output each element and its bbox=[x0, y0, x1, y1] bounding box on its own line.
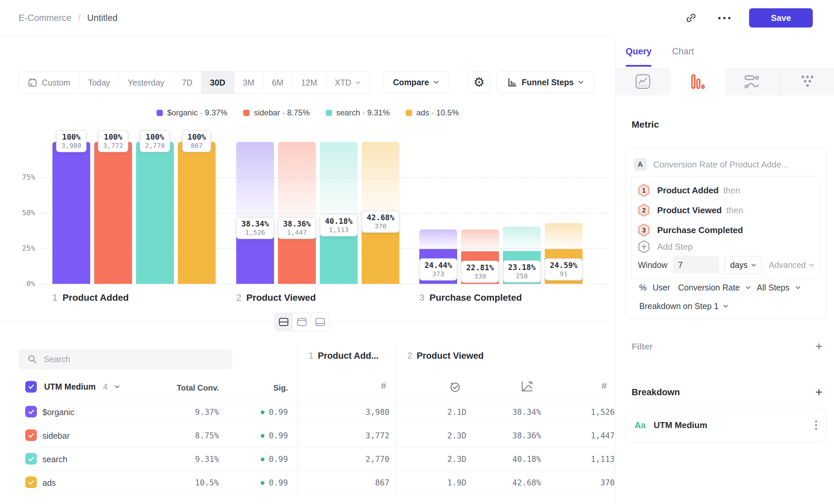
sig-value: 0.99 bbox=[222, 408, 288, 417]
range-yesterday[interactable]: Yesterday bbox=[119, 72, 173, 93]
range-today[interactable]: Today bbox=[79, 72, 119, 93]
svg-text:1: 1 bbox=[642, 187, 645, 194]
conv-rate-column-icon[interactable]: % bbox=[520, 380, 534, 393]
total-conv-value: 9.31% bbox=[153, 455, 219, 464]
chart-settings-button[interactable]: ⚙ bbox=[468, 71, 490, 93]
active-tab-underline bbox=[626, 65, 652, 67]
layout-split-button[interactable] bbox=[275, 313, 292, 331]
bar-count: 91 bbox=[550, 270, 577, 278]
tab-line-chart[interactable] bbox=[616, 68, 671, 95]
range-30d[interactable]: 30D bbox=[201, 72, 234, 93]
breakdown-label: Breakdown bbox=[632, 387, 680, 397]
tab-scatter-chart[interactable] bbox=[780, 68, 834, 95]
avg-time-column-icon[interactable] bbox=[448, 380, 462, 393]
bar-count: 1,447 bbox=[283, 228, 310, 236]
window-label: Window bbox=[638, 260, 667, 270]
breakdown-section: Breakdown + bbox=[632, 384, 822, 400]
steps-scope-dropdown[interactable]: All Steps bbox=[757, 283, 790, 293]
measurement-dropdown[interactable]: Conversion Rate bbox=[678, 283, 740, 293]
search-icon bbox=[27, 354, 37, 364]
tab-journey-chart[interactable] bbox=[725, 68, 780, 95]
sig-dot bbox=[261, 481, 264, 485]
bar-value-label: 100%867 bbox=[182, 130, 211, 152]
count-column-icon[interactable]: # bbox=[554, 381, 607, 391]
range-3m[interactable]: 3M bbox=[234, 72, 263, 93]
funnel-bar[interactable] bbox=[178, 142, 216, 284]
tab-funnel-chart[interactable] bbox=[671, 68, 725, 95]
bar-conversion-pct: 24.44% bbox=[424, 261, 452, 270]
row-checkbox[interactable] bbox=[25, 406, 37, 417]
legend-item[interactable]: ads · 10.5% bbox=[406, 108, 459, 117]
window-value-input[interactable] bbox=[673, 256, 719, 274]
range-12m[interactable]: 12M bbox=[292, 72, 326, 93]
tab-query[interactable]: Query bbox=[626, 46, 652, 57]
step2-count: 1,113 bbox=[548, 455, 615, 464]
table-row[interactable]: sidebar8.75%0.993,7722.3D38.36%1,447 bbox=[19, 424, 615, 447]
kebab-menu-icon[interactable] bbox=[815, 420, 817, 430]
sig-dot bbox=[261, 458, 264, 461]
table-row[interactable]: ads10.5%0.998671.9D42.68%370 bbox=[19, 471, 615, 495]
sig-header[interactable]: Sig. bbox=[222, 383, 288, 393]
avg-time-value: 2.3D bbox=[400, 431, 466, 440]
legend-item[interactable]: search · 9.31% bbox=[326, 108, 390, 117]
range-xtd[interactable]: XTD bbox=[326, 72, 369, 93]
breakdown-step-dropdown[interactable]: Breakdown on Step 1 bbox=[639, 301, 728, 311]
group-column-label: UTM Medium bbox=[44, 382, 96, 392]
layout-table-only-button[interactable] bbox=[311, 313, 329, 331]
bar-conversion-pct: 22.81% bbox=[466, 263, 493, 272]
window-unit-dropdown[interactable]: days bbox=[725, 256, 762, 274]
breakdown-property-card[interactable]: Aa UTM Medium bbox=[626, 408, 826, 442]
range-custom[interactable]: Custom bbox=[19, 72, 79, 93]
range-7d[interactable]: 7D bbox=[173, 72, 201, 93]
tab-chart[interactable]: Chart bbox=[672, 46, 694, 57]
add-breakdown-button[interactable]: + bbox=[815, 386, 822, 398]
select-all-checkbox[interactable] bbox=[25, 381, 37, 393]
row-label: $organic bbox=[42, 408, 74, 417]
breadcrumb-project[interactable]: E-Commerce bbox=[19, 13, 71, 23]
save-button[interactable]: Save bbox=[749, 8, 813, 27]
row-checkbox[interactable] bbox=[25, 429, 37, 441]
funnel-bar-ghost bbox=[419, 229, 457, 250]
search-input[interactable] bbox=[43, 354, 184, 364]
legend-item[interactable]: $organic · 9.37% bbox=[157, 108, 227, 117]
bar-conversion-pct: 100% bbox=[145, 133, 165, 141]
svg-text:3: 3 bbox=[642, 227, 645, 234]
query-step-row[interactable]: 3Purchase Completed bbox=[638, 220, 814, 240]
bar-count: 3,772 bbox=[103, 142, 123, 150]
table-search bbox=[19, 349, 232, 369]
row-checkbox[interactable] bbox=[25, 477, 37, 488]
funnel-chart-icon bbox=[690, 74, 705, 89]
legend-item[interactable]: sidebar · 8.75% bbox=[243, 108, 309, 117]
chart-type-button[interactable]: Funnel Steps bbox=[496, 71, 594, 93]
avg-time-value: 1.9D bbox=[400, 478, 466, 487]
total-conv-header[interactable]: Total Conv. bbox=[153, 383, 219, 393]
row-checkbox[interactable] bbox=[25, 453, 37, 464]
breadcrumb-title[interactable]: Untitled bbox=[87, 13, 118, 23]
funnel-bar[interactable] bbox=[136, 142, 174, 284]
funnel-bar[interactable] bbox=[94, 142, 132, 284]
counting-mode[interactable]: User bbox=[653, 283, 670, 293]
svg-text:%: % bbox=[528, 380, 533, 385]
calendar-icon bbox=[27, 77, 38, 88]
row-label: search bbox=[42, 455, 67, 464]
layout-chart-only-button[interactable] bbox=[292, 313, 311, 331]
group-column-header[interactable]: UTM Medium 4 bbox=[25, 378, 120, 395]
compare-button[interactable]: Compare bbox=[383, 71, 449, 93]
add-step-button[interactable]: Add Step bbox=[638, 240, 814, 253]
breadcrumb-separator: / bbox=[78, 13, 81, 23]
range-6m[interactable]: 6M bbox=[263, 72, 292, 93]
add-filter-button[interactable]: + bbox=[815, 341, 822, 352]
funnel-bar[interactable] bbox=[52, 142, 90, 284]
more-options-button[interactable] bbox=[714, 7, 735, 28]
query-step-row[interactable]: 2Product Viewedthen bbox=[638, 200, 814, 220]
chart-type-tabs bbox=[616, 68, 834, 95]
table-row[interactable]: $organic9.37%0.993,9802.1D38.34%1,526 bbox=[19, 400, 615, 424]
query-step-row[interactable]: 1Product Addedthen bbox=[638, 180, 814, 200]
copy-link-button[interactable] bbox=[680, 7, 702, 28]
count-column-icon[interactable]: # bbox=[333, 381, 386, 391]
advanced-dropdown[interactable]: Advanced bbox=[769, 260, 814, 270]
conversion-settings-row: % User Conversion Rate All Steps bbox=[639, 283, 800, 293]
metric-summary-row[interactable]: A Conversion Rate of Product Adde... bbox=[634, 158, 789, 171]
table-row[interactable]: search9.31%0.992,7702.3D40.18%1,113 bbox=[19, 447, 615, 471]
step-suffix: then bbox=[723, 185, 740, 196]
